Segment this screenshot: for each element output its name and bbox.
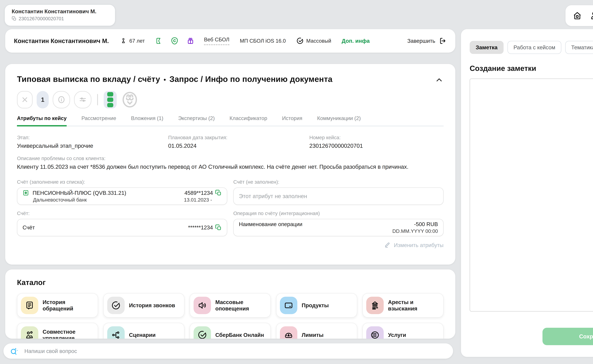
product-icon [23, 190, 29, 196]
account-bank: Дальневосточный банк [33, 197, 87, 203]
account-empty-label: Счёт (не заполнен): [233, 179, 443, 185]
tab-classifier[interactable]: Классификатор [229, 115, 267, 126]
home-icon[interactable] [573, 11, 582, 20]
sber-check-icon [193, 326, 211, 339]
mass-badge: Массовый [296, 37, 331, 45]
account-simple-title: Счёт [23, 224, 35, 231]
profile-icon[interactable] [589, 11, 593, 20]
top-right-icon-group [566, 5, 593, 26]
people-icon [21, 326, 38, 339]
toolbar-divider [97, 94, 98, 105]
check-circle-icon [296, 37, 304, 45]
account-simple-number: ******1234 [188, 224, 213, 231]
catalog-item-mass-notifications[interactable]: Массовые оповещения [190, 293, 271, 318]
gift-icon[interactable] [187, 37, 194, 45]
settings-sliders-icon[interactable] [74, 91, 91, 108]
catalog-item-sberbank-online[interactable]: СберБанк Онлайн [190, 323, 271, 339]
note-heading: Создание заметки [470, 64, 593, 72]
operation-name: Наименование операции [239, 221, 302, 228]
assistant-sparkle-search-icon [10, 347, 18, 355]
catalog-section: Каталог История обращений История звонко… [5, 269, 455, 339]
chevron-up-icon[interactable] [435, 74, 443, 84]
tab-attachments[interactable]: Вложения (1) [131, 115, 163, 126]
speaker-icon [193, 297, 211, 314]
note-textarea[interactable] [470, 78, 593, 311]
notes-tabs: Заметка Работа с кейсом Тематика Звонок [470, 41, 593, 54]
person-icon [120, 37, 127, 45]
more-info-link[interactable]: Доп. инфа [342, 38, 370, 44]
operation-card[interactable]: Наименование операции -500 RUB DD.MM.YYY… [233, 219, 443, 236]
pencil-icon [384, 242, 391, 248]
copy-icon[interactable] [12, 16, 16, 21]
operation-amount: -500 RUB [392, 221, 438, 228]
operation-label: Операция по счёту (интеграционная) [233, 211, 443, 216]
client-header-bar: Константин Константинович М. 67 лет Веб … [5, 29, 455, 53]
catalog-item-appeal-history[interactable]: История обращений [17, 293, 98, 318]
tab-review[interactable]: Рассмотрение [81, 115, 116, 126]
operation-datetime: DD.MM.YYYY 00:00 [392, 228, 438, 234]
case-number-value: 23012670000020701 [309, 143, 363, 149]
client-age: 67 лет [120, 37, 145, 45]
char-counter: 0 / 5 000 [470, 317, 593, 322]
tab-history[interactable]: История [282, 115, 302, 126]
client-name: Константин Константинович М. [14, 37, 109, 45]
close-case-button[interactable] [17, 91, 33, 108]
edit-attributes-link[interactable]: Изменить атрибуты [17, 242, 443, 248]
exit-icon [439, 37, 446, 45]
case-title: Типовая выписка по вкладу / счёту•Запрос… [17, 74, 333, 84]
problem-value: Клиенту 11.05.2023 на счет *8536 должен … [17, 163, 443, 170]
org-chart-icon [107, 326, 125, 339]
portrait-icon[interactable] [121, 91, 139, 109]
tab-expertise[interactable]: Экспертизы (2) [178, 115, 215, 126]
info-icon[interactable] [53, 91, 70, 108]
list-circle-icon [366, 326, 384, 339]
bank-card-icon [280, 297, 297, 314]
stage-value: Универсальный этап_прочие [17, 143, 168, 149]
tab-case-work[interactable]: Работа с кейсом [507, 41, 561, 54]
catalog-item-limits[interactable]: Лимиты [276, 323, 357, 339]
assistant-question-input[interactable] [23, 347, 447, 355]
client-chip-name: Константин Константинович М. [12, 8, 108, 15]
catalog-item-scenarios[interactable]: Сценарии [103, 323, 184, 339]
catalog-item-joint-management[interactable]: Совместное управление [17, 323, 98, 339]
note-icon [21, 297, 38, 314]
account-empty-card[interactable]: Этот атрибут не заполнен [233, 188, 443, 205]
account-list-label: Счёт (заполнение из списка): [17, 179, 227, 185]
catalog-item-call-history[interactable]: История звонков [103, 293, 184, 318]
notes-panel: Заметка Работа с кейсом Тематика Звонок … [461, 29, 593, 357]
tab-attributes[interactable]: Атрибуты по кейсу [17, 115, 67, 126]
traffic-light-indicator[interactable] [104, 91, 117, 108]
bookmark-flag-icon[interactable] [155, 37, 163, 45]
case-count-badge[interactable]: 1 [37, 91, 49, 108]
tab-communications[interactable]: Коммуникации (2) [317, 115, 361, 126]
catalog-title: Каталог [17, 278, 443, 287]
tab-note[interactable]: Заметка [470, 41, 504, 54]
case-tabs: Атрибуты по кейсу Рассмотрение Вложения … [17, 115, 443, 126]
bank-columns-icon [366, 297, 384, 314]
client-chip-case-number: 23012670000020701 [19, 16, 64, 21]
tab-topic[interactable]: Тематика [565, 41, 593, 54]
case-number-label: Номер кейса: [309, 135, 363, 140]
stage-label: Этап: [17, 135, 168, 140]
catalog-item-services[interactable]: Услуги [362, 323, 444, 339]
account-list-card[interactable]: ПЕНСИОННЫЙ-ПЛЮС (QVB.331.21) 4589**1234 … [17, 188, 227, 205]
due-date-value: 01.05.2024 [168, 143, 309, 149]
account-empty-placeholder: Этот атрибут не заполнен [239, 193, 438, 199]
account-simple-card[interactable]: Счёт ******1234 [17, 219, 227, 236]
finish-button[interactable]: Завершить [407, 37, 446, 45]
c-badge-icon[interactable] [170, 37, 179, 45]
selected-client-chip[interactable]: Константин Константинович М. 23012670000… [4, 4, 115, 26]
app-root: Константин Константинович М. 23012670000… [0, 0, 593, 364]
mobile-channel: МП СБОЛ iOS 16.0 [240, 38, 286, 44]
copy-icon[interactable] [215, 224, 222, 231]
copy-icon[interactable] [215, 190, 222, 196]
account-date: 13.01.2023 - [184, 197, 212, 203]
gauge-icon [280, 326, 297, 339]
catalog-item-products[interactable]: Продукты [276, 293, 357, 318]
save-note-button[interactable]: Сохранить [542, 328, 593, 345]
account-simple-label: Счёт: [17, 211, 227, 216]
catalog-item-arrests[interactable]: Аресты и взыскания [362, 293, 444, 318]
assistant-search-bar[interactable] [3, 343, 453, 359]
web-channel[interactable]: Веб СБОЛ [204, 37, 229, 45]
clock-check-icon [107, 297, 125, 314]
